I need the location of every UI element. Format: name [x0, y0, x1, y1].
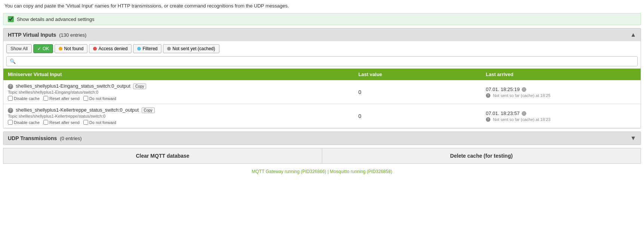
row1-not-sent-info: ? Not sent so far (cache) at 18:25 — [486, 93, 636, 98]
row2-disable-cache-checkbox[interactable] — [8, 120, 13, 125]
filter-filtered-button[interactable]: Filtered — [133, 44, 161, 53]
filtered-dot-icon — [137, 47, 141, 51]
row2-do-not-forward-label[interactable]: Do not forward — [83, 120, 116, 125]
row1-arrived-cell: 07.01. 18:25:19 ? Not sent so far (cache… — [481, 80, 641, 104]
row2-help-icon[interactable]: ? — [8, 108, 13, 113]
filter-show-all-button[interactable]: Show All — [6, 44, 32, 53]
top-info-text: You can copy and paste the 'Virtual Inpu… — [0, 0, 644, 12]
row2-do-not-forward-checkbox[interactable] — [83, 120, 88, 125]
access-denied-dot-icon — [93, 47, 97, 51]
row2-copy-button[interactable]: Copy — [142, 108, 155, 113]
row2-cache-help-icon[interactable]: ? — [486, 117, 490, 122]
table-row: ? shellies_shellyplus1-Kellertreppe_stat… — [3, 104, 641, 128]
table-row: ? shellies_shellyplus1-Eingang_status_sw… — [3, 80, 641, 104]
search-input[interactable] — [6, 56, 638, 66]
section-header-http: HTTP Virtual Inputs (130 entries) ▲ — [3, 28, 641, 41]
row1-reset-after-send-label[interactable]: Reset after send — [43, 96, 80, 101]
col-header-arrived: Last arrived — [481, 69, 641, 80]
row2-not-sent-info: ? Not sent so far (cache) at 18:23 — [486, 117, 636, 122]
status-bar: MQTT Gateway running (PID326866) | Mosqu… — [0, 167, 644, 176]
row1-copy-button[interactable]: Copy — [133, 84, 146, 89]
row1-vi-name: shellies_shellyplus1-Eingang_status_swit… — [16, 83, 130, 89]
row2-arrived-time: 07.01. 18:23:57 — [486, 111, 636, 116]
row1-checkboxes: Disable cache Reset after send Do not fo… — [8, 96, 349, 101]
row2-status-circle-icon — [522, 111, 526, 116]
row2-arrived-cell: 07.01. 18:23:57 ? Not sent so far (cache… — [481, 104, 641, 128]
collapse-udp-button[interactable]: ▼ — [630, 135, 636, 142]
udp-transmissions-section: UDP Transmissions (0 entries) ▼ — [3, 131, 641, 145]
row2-vi-name: shellies_shellyplus1-Kellertreppe_status… — [16, 107, 139, 113]
filter-bar: Show All ✓ OK Not found Access denied Fi… — [3, 41, 641, 55]
row2-topic: Topic shellies/shellyplus1-Kellertreppe/… — [8, 114, 349, 118]
row2-reset-after-send-checkbox[interactable] — [43, 120, 48, 125]
row1-reset-after-send-checkbox[interactable] — [43, 96, 48, 101]
status-text1: MQTT Gateway running (PID326866) — [252, 169, 326, 174]
row2-disable-cache-label[interactable]: Disable cache — [8, 120, 40, 125]
row2-name-cell: ? shellies_shellyplus1-Kellertreppe_stat… — [3, 104, 354, 128]
show-details-label: Show details and advanced settings — [17, 16, 94, 22]
filter-ok-button[interactable]: ✓ OK — [33, 44, 53, 53]
row2-checkboxes: Disable cache Reset after send Do not fo… — [8, 120, 349, 125]
row2-value-cell: 0 — [354, 104, 481, 128]
filter-not-sent-button[interactable]: Not sent yet (cached) — [163, 44, 219, 53]
section-title-udp: UDP Transmissions (0 entries) — [8, 135, 82, 141]
row1-disable-cache-label[interactable]: Disable cache — [8, 96, 40, 101]
row1-disable-cache-checkbox[interactable] — [8, 96, 13, 101]
row1-help-icon[interactable]: ? — [8, 84, 13, 89]
not-sent-dot-icon — [167, 47, 171, 51]
delete-cache-button[interactable]: Delete cache (for testing) — [322, 148, 641, 164]
filter-access-denied-button[interactable]: Access denied — [89, 44, 132, 53]
show-details-checkbox[interactable] — [8, 16, 14, 22]
section-header-udp: UDP Transmissions (0 entries) ▼ — [3, 132, 641, 145]
row2-reset-after-send-label[interactable]: Reset after send — [43, 120, 80, 125]
row1-value-cell: 0 — [354, 80, 481, 104]
bottom-buttons-bar: Clear MQTT database Delete cache (for te… — [3, 148, 641, 164]
section-title-http: HTTP Virtual Inputs (130 entries) — [8, 32, 86, 38]
row1-do-not-forward-label[interactable]: Do not forward — [83, 96, 116, 101]
http-virtual-inputs-section: HTTP Virtual Inputs (130 entries) ▲ Show… — [3, 28, 641, 128]
clear-mqtt-button[interactable]: Clear MQTT database — [3, 148, 322, 164]
search-bar — [3, 55, 641, 69]
row1-do-not-forward-checkbox[interactable] — [83, 96, 88, 101]
row1-topic: Topic shellies/shellyplus1-Eingang/statu… — [8, 90, 349, 94]
virtual-inputs-table: Miniserver Virtual Input Last value Last… — [3, 69, 641, 128]
status-text2: Mosquitto running (PID326858) — [330, 169, 392, 174]
collapse-http-button[interactable]: ▲ — [630, 31, 636, 38]
row1-arrived-time: 07.01. 18:25:19 — [486, 87, 636, 92]
col-header-name: Miniserver Virtual Input — [3, 69, 354, 80]
col-header-value: Last value — [354, 69, 481, 80]
show-details-bar: Show details and advanced settings — [3, 13, 641, 25]
row1-cache-help-icon[interactable]: ? — [486, 93, 490, 98]
row1-status-circle-icon — [522, 87, 526, 92]
filter-not-found-button[interactable]: Not found — [55, 44, 87, 53]
row1-last-value: 0 — [358, 89, 361, 95]
not-found-dot-icon — [59, 47, 62, 51]
row1-name-cell: ? shellies_shellyplus1-Eingang_status_sw… — [3, 80, 354, 104]
row2-last-value: 0 — [358, 113, 361, 119]
